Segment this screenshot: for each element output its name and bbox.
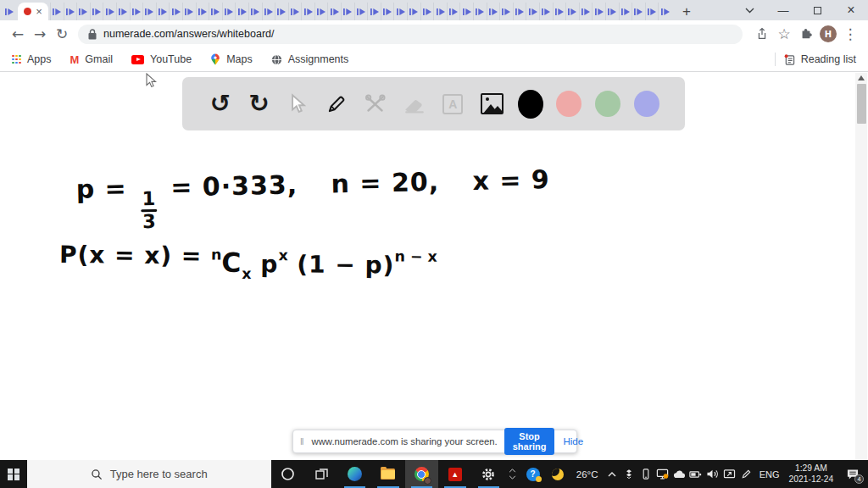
browser-tab[interactable] — [262, 3, 275, 20]
bookmark-gmail[interactable]: M Gmail — [70, 53, 114, 66]
bookmark-apps[interactable]: Apps — [12, 53, 52, 65]
tab-close-icon[interactable]: × — [36, 6, 42, 17]
browser-tab[interactable] — [314, 3, 328, 20]
taskbar-edge[interactable] — [338, 460, 371, 488]
browser-tab[interactable] — [64, 3, 77, 20]
tray-weather[interactable] — [545, 460, 570, 488]
browser-tab[interactable] — [103, 3, 116, 20]
taskbar-file-explorer[interactable] — [371, 460, 404, 488]
browser-tab[interactable] — [473, 3, 487, 20]
browser-tab[interactable] — [142, 3, 156, 20]
tray-cast[interactable] — [721, 460, 737, 488]
browser-tab[interactable] — [288, 3, 302, 20]
browser-tab[interactable] — [367, 3, 381, 20]
browser-tab[interactable] — [116, 3, 130, 20]
browser-tab[interactable] — [209, 3, 222, 20]
bookmark-maps[interactable]: Maps — [210, 53, 253, 65]
browser-tab[interactable] — [393, 3, 407, 20]
browser-tab[interactable] — [275, 3, 288, 20]
taskbar-cortana[interactable] — [271, 460, 304, 488]
browser-tab[interactable] — [579, 3, 593, 20]
notification-center-button[interactable]: 4 — [837, 460, 868, 488]
browser-tab[interactable] — [526, 3, 539, 20]
extensions-icon[interactable] — [795, 23, 817, 45]
shapes-tools-button[interactable] — [363, 89, 388, 119]
taskbar-scroll-buttons[interactable] — [505, 460, 520, 488]
taskbar-search-box[interactable]: Type here to search — [27, 460, 271, 488]
eraser-button[interactable] — [402, 89, 427, 119]
minimize-button[interactable]: — — [766, 0, 800, 20]
back-button[interactable]: ← — [7, 23, 29, 45]
browser-tab[interactable] — [182, 3, 196, 20]
color-purple-button[interactable] — [634, 89, 659, 119]
browser-tab[interactable] — [354, 3, 368, 20]
undo-button[interactable]: ↺ — [208, 89, 233, 119]
tray-expand[interactable] — [604, 460, 620, 488]
browser-tab[interactable] — [605, 3, 619, 20]
browser-tab[interactable] — [592, 3, 605, 20]
reload-button[interactable]: ↻ — [51, 23, 73, 45]
browser-tab[interactable] — [3, 3, 16, 20]
browser-tab[interactable] — [341, 3, 354, 20]
browser-tab[interactable] — [130, 3, 143, 20]
tray-screen-share[interactable] — [654, 460, 671, 488]
browser-tab[interactable] — [619, 3, 632, 20]
browser-tab[interactable] — [565, 3, 579, 20]
color-black-button[interactable] — [518, 89, 543, 119]
reading-list-button[interactable]: Reading list — [784, 53, 856, 65]
browser-tab[interactable] — [196, 3, 209, 20]
share-icon[interactable] — [751, 23, 773, 45]
browser-tab[interactable] — [248, 3, 262, 20]
active-tab[interactable]: × — [18, 3, 48, 20]
taskbar-chrome[interactable] — [405, 460, 438, 488]
language-indicator[interactable]: ENG — [754, 460, 785, 488]
browser-tab[interactable] — [90, 3, 103, 20]
address-bar[interactable]: numerade.com/answers/whiteboard/ — [78, 25, 743, 44]
start-button[interactable] — [0, 460, 27, 488]
taskbar-adobe[interactable]: ▲ — [438, 460, 471, 488]
tray-volume[interactable] — [704, 460, 721, 488]
tray-phone[interactable] — [637, 460, 654, 488]
browser-tab[interactable] — [50, 3, 64, 20]
hide-link[interactable]: Hide — [563, 436, 583, 446]
browser-tab[interactable] — [459, 3, 473, 20]
browser-tab[interactable] — [381, 3, 394, 20]
scroll-up-arrow-icon[interactable] — [858, 75, 865, 80]
new-tab-button[interactable]: + — [676, 3, 697, 20]
bookmark-youtube[interactable]: YouTube — [131, 53, 192, 65]
taskbar-settings[interactable] — [472, 460, 505, 488]
tray-help[interactable]: ? — [520, 460, 546, 488]
taskbar-task-view[interactable] — [304, 460, 337, 488]
browser-tab[interactable] — [658, 3, 671, 20]
forward-button[interactable]: → — [29, 23, 51, 45]
scrollbar-thumb[interactable] — [857, 84, 866, 124]
menu-dots-icon[interactable]: ⋮ — [839, 23, 861, 45]
tray-onedrive[interactable] — [670, 460, 687, 488]
stop-sharing-button[interactable]: Stop sharing — [504, 428, 555, 455]
browser-tab[interactable] — [156, 3, 170, 20]
page-scrollbar[interactable] — [855, 73, 867, 460]
select-cursor-button[interactable] — [285, 89, 310, 119]
browser-tab[interactable] — [447, 3, 460, 20]
browser-tab[interactable] — [433, 3, 447, 20]
bookmark-star-icon[interactable]: ☆ — [773, 23, 795, 45]
tray-dropbox[interactable] — [620, 460, 637, 488]
close-button[interactable]: × — [834, 0, 868, 20]
browser-tab[interactable] — [645, 3, 659, 20]
taskbar-clock[interactable]: 1:29 AM 2021-12-24 — [784, 460, 837, 488]
browser-tab[interactable] — [487, 3, 500, 20]
bookmark-assignments[interactable]: Assignments — [271, 53, 349, 65]
browser-tab[interactable] — [539, 3, 553, 20]
pen-button[interactable] — [324, 89, 349, 119]
browser-tab[interactable] — [499, 3, 513, 20]
browser-tab[interactable] — [327, 3, 341, 20]
tab-search-chevron-icon[interactable] — [732, 0, 766, 20]
profile-avatar[interactable]: H — [817, 23, 839, 45]
color-green-button[interactable] — [595, 89, 620, 119]
browser-tab[interactable] — [632, 3, 645, 20]
temperature-label[interactable]: 26°C — [570, 460, 604, 488]
browser-tab[interactable] — [420, 3, 434, 20]
browser-tab[interactable] — [513, 3, 526, 20]
browser-tab[interactable] — [76, 3, 90, 20]
text-tool-button[interactable]: A — [440, 89, 465, 119]
